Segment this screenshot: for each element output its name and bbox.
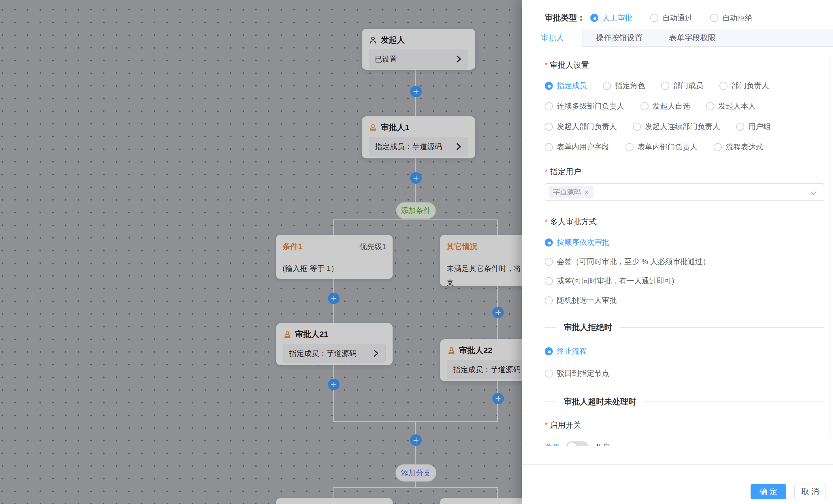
radio-dot xyxy=(545,347,553,355)
radio-starter-select[interactable]: 发起人自选 xyxy=(640,101,690,111)
radio-dept-member[interactable]: 部门成员 xyxy=(661,81,703,91)
settings-tabs: 审批人 操作按钮设置 表单字段权限 xyxy=(522,29,833,47)
radio-orsign[interactable]: 或签(可同时审批，有一人通过即可) xyxy=(545,276,808,286)
switch-on-label: 开启 xyxy=(595,442,610,446)
timeout-section-divider: 审批人超时未处理时 xyxy=(545,396,824,407)
radio-dot xyxy=(650,14,658,22)
radio-dot xyxy=(545,143,553,151)
radio-dot xyxy=(545,82,553,90)
radio-starter-self[interactable]: 发起人本人 xyxy=(706,101,756,111)
radio-dot xyxy=(714,143,722,151)
radio-countersign[interactable]: 会签（可同时审批，至少 % 人必须审批通过） xyxy=(545,257,808,267)
radio-starter-dept-leader[interactable]: 发起人部门负责人 xyxy=(545,122,617,132)
chevron-down-icon xyxy=(809,189,817,197)
approver-setting-row-1: 指定成员 指定角色 部门成员 部门负责人 xyxy=(545,81,824,91)
radio-dot xyxy=(545,258,553,266)
tag-close-icon[interactable]: × xyxy=(584,188,589,196)
radio-dot xyxy=(710,14,718,22)
timeout-switch-row: 关闭 开启 xyxy=(545,441,824,446)
radio-form-dept-leader[interactable]: 表单内部门负责人 xyxy=(625,142,697,152)
approver-setting-row-2: 连续多级部门负责人 发起人自选 发起人本人 xyxy=(545,101,824,111)
radio-dot xyxy=(545,277,553,285)
tab-button-settings[interactable]: 操作按钮设置 xyxy=(583,29,656,47)
radio-dot xyxy=(625,143,634,151)
tab-approver[interactable]: 审批人 xyxy=(522,29,583,47)
approve-type-row: 审批类型： 人工审批 自动通过 自动拒绝 xyxy=(522,0,833,29)
panel-scrollbar[interactable] xyxy=(830,55,830,438)
switch-off-label: 关闭 xyxy=(545,442,560,446)
user-tag: 芋道源码 × xyxy=(549,186,593,198)
radio-dot xyxy=(640,102,648,110)
radio-assigned-role[interactable]: 指定角色 xyxy=(603,81,645,91)
radio-auto-pass[interactable]: 自动通过 xyxy=(650,13,692,23)
tab-form-field-permission[interactable]: 表单字段权限 xyxy=(656,29,729,47)
assign-user-label: 指定用户 xyxy=(545,167,824,177)
radio-terminate-process[interactable]: 终止流程 xyxy=(545,346,808,356)
approver-setting-row-4: 表单内用户字段 表单内部门负责人 流程表达式 xyxy=(545,142,824,152)
timeout-enable-switch[interactable] xyxy=(566,441,589,446)
radio-return-to-node[interactable]: 驳回到指定节点 xyxy=(545,368,808,378)
radio-user-group[interactable]: 用户组 xyxy=(736,122,771,132)
radio-dot xyxy=(706,102,714,110)
timeout-section-title: 审批人超时未处理时 xyxy=(556,396,644,407)
radio-manual-approve[interactable]: 人工审批 xyxy=(590,13,633,23)
user-tag-text: 芋道源码 xyxy=(553,187,581,197)
multi-mode-label: 多人审批方式 xyxy=(545,217,824,227)
radio-dot xyxy=(661,82,669,90)
reject-section-divider: 审批人拒绝时 xyxy=(545,322,824,333)
radio-dot xyxy=(603,82,611,90)
reject-section-title: 审批人拒绝时 xyxy=(556,322,620,333)
radio-dept-leader[interactable]: 部门负责人 xyxy=(719,81,769,91)
drawer-footer: 确 定 取 消 xyxy=(522,464,833,504)
switch-knob xyxy=(567,443,576,446)
radio-multi-level-dept-leader[interactable]: 连续多级部门负责人 xyxy=(545,101,624,111)
approve-type-label: 审批类型： xyxy=(545,12,585,23)
confirm-button[interactable]: 确 定 xyxy=(751,484,786,499)
radio-dot xyxy=(736,123,744,131)
flow-designer: 发起人 已设置 审批人1 指定成员：芋道源码 添加条件 xyxy=(0,0,833,504)
radio-dot xyxy=(545,370,553,378)
radio-assigned-member[interactable]: 指定成员 xyxy=(545,81,587,91)
radio-dot xyxy=(633,123,641,131)
radio-dot xyxy=(545,102,553,110)
approval-settings-drawer: 审批类型： 人工审批 自动通过 自动拒绝 审批人 操作按钮设置 表单字段权限 审… xyxy=(522,0,833,504)
radio-starter-multi-dept-leader[interactable]: 发起人连续部门负责人 xyxy=(633,122,720,132)
radio-dot xyxy=(545,296,553,304)
radio-dot xyxy=(545,123,553,131)
radio-dot xyxy=(545,238,553,247)
radio-auto-reject[interactable]: 自动拒绝 xyxy=(710,13,752,23)
approver-setting-row-3: 发起人部门负责人 发起人连续部门负责人 用户组 xyxy=(545,122,824,132)
radio-sequential[interactable]: 按顺序依次审批 xyxy=(545,237,808,247)
cancel-button[interactable]: 取 消 xyxy=(794,484,826,499)
radio-form-user-field[interactable]: 表单内用户字段 xyxy=(545,142,609,152)
radio-process-expression[interactable]: 流程表达式 xyxy=(714,142,763,152)
enable-switch-label: 启用开关 xyxy=(545,420,824,430)
assign-user-select[interactable]: 芋道源码 × xyxy=(545,183,824,201)
settings-scroll-area[interactable]: 审批人设置 指定成员 指定角色 部门成员 部门负责人 连续多级部门负责人 发起人… xyxy=(522,47,833,446)
radio-dot xyxy=(719,82,728,90)
radio-dot xyxy=(590,14,598,22)
radio-random-one[interactable]: 随机挑选一人审批 xyxy=(545,295,808,305)
approver-setting-label: 审批人设置 xyxy=(545,60,824,70)
